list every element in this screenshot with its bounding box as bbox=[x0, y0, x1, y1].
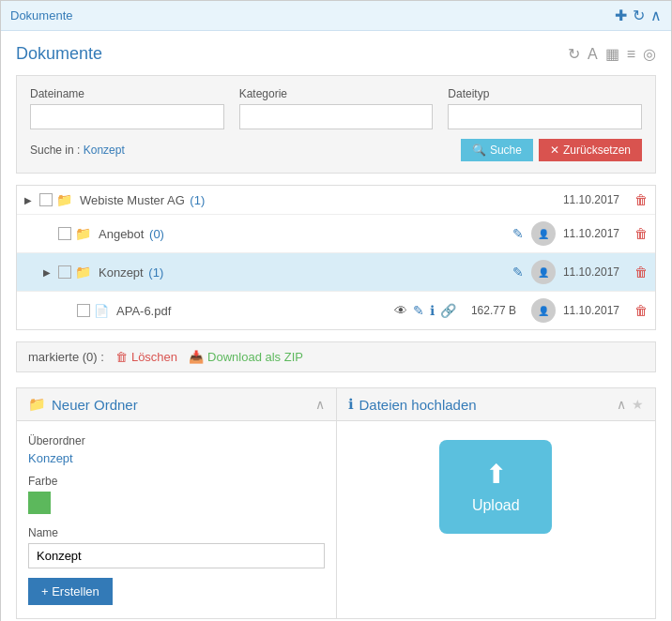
action-icons: 👁 ✎ ℹ 🔗 bbox=[394, 303, 456, 318]
link-icon[interactable]: 🔗 bbox=[440, 303, 456, 318]
filetype-field-group: Dateityp bbox=[448, 87, 642, 129]
title-bar-label: Dokumente bbox=[10, 8, 72, 23]
toggle-icon: ▶ bbox=[62, 306, 73, 316]
lower-panels: 📁 Neuer Ordner ∧ Überordner Konzept Farb… bbox=[16, 387, 656, 619]
tree-row: ▶ 📁 Konzept (1) ✎ 👤 11.10.2017 🗑 bbox=[17, 253, 655, 292]
tree-row: ▶ 📄 APA-6.pdf 👁 ✎ ℹ 🔗 162.77 B 👤 11.10.2… bbox=[17, 292, 655, 329]
title-bar-icons: ✚ ↻ ∧ bbox=[615, 7, 662, 24]
panel-right-body: ⬆ Upload bbox=[337, 421, 656, 553]
row-checkbox[interactable] bbox=[39, 193, 53, 206]
text-size-icon[interactable]: A bbox=[588, 46, 598, 63]
panel-left: 📁 Neuer Ordner ∧ Überordner Konzept Farb… bbox=[16, 387, 336, 619]
file-size: 162.77 B bbox=[471, 304, 516, 317]
item-name: Webiste Muster AG (1) bbox=[80, 193, 205, 207]
item-name: Konzept (1) bbox=[99, 265, 163, 280]
grid-icon[interactable]: ▦ bbox=[605, 45, 619, 63]
title-bar: Dokumente ✚ ↻ ∧ bbox=[1, 1, 671, 31]
filename-label: Dateiname bbox=[30, 87, 224, 100]
star-icon[interactable]: ★ bbox=[632, 397, 644, 412]
avatar: 👤 bbox=[531, 260, 556, 284]
delete-action[interactable]: 🗑 Löschen bbox=[115, 350, 177, 364]
view-icon[interactable]: 👁 bbox=[394, 303, 407, 318]
download-icon: 📥 bbox=[189, 350, 204, 364]
row-checkbox[interactable] bbox=[77, 304, 90, 317]
folder-icon: 📁 bbox=[56, 192, 72, 207]
color-label: Farbe bbox=[28, 475, 325, 488]
delete-icon[interactable]: 🗑 bbox=[634, 265, 648, 280]
item-date: 11.10.2017 bbox=[563, 227, 619, 240]
panel-right-header: ℹ Dateien hochladen ∧ ★ bbox=[337, 388, 656, 421]
panel-right-title: Dateien hochladen bbox=[359, 397, 477, 413]
upload-button[interactable]: ⬆ Upload bbox=[439, 440, 552, 534]
action-icons: ✎ bbox=[512, 226, 524, 241]
row-checkbox[interactable] bbox=[58, 227, 71, 240]
toggle-icon: ▶ bbox=[43, 229, 54, 239]
item-date: 11.10.2017 bbox=[563, 304, 619, 317]
action-icons: ✎ bbox=[512, 265, 524, 280]
avatar: 👤 bbox=[531, 298, 556, 323]
main-content: Dokumente ↻ A ▦ ≡ ◎ Dateiname Kategorie bbox=[1, 31, 671, 621]
parent-field-group: Überordner Konzept bbox=[28, 434, 325, 465]
toggle-icon[interactable]: ▶ bbox=[43, 267, 54, 278]
refresh-header-icon[interactable]: ↻ bbox=[568, 45, 580, 63]
list-icon[interactable]: ≡ bbox=[627, 46, 635, 63]
category-input[interactable] bbox=[239, 104, 434, 129]
parent-label: Überordner bbox=[28, 434, 325, 447]
header-icons: ↻ A ▦ ≡ ◎ bbox=[568, 45, 656, 63]
add-icon[interactable]: ✚ bbox=[615, 7, 627, 24]
create-button[interactable]: + Erstellen bbox=[28, 578, 113, 605]
panel-right: ℹ Dateien hochladen ∧ ★ ⬆ Upload bbox=[336, 387, 657, 619]
category-label: Kategorie bbox=[239, 87, 434, 100]
bottom-toolbar: markierte (0) : 🗑 Löschen 📥 Download als… bbox=[16, 341, 656, 372]
item-date: 11.10.2017 bbox=[563, 193, 619, 206]
reset-button[interactable]: ✕ Zurücksetzen bbox=[539, 139, 642, 161]
collapse-icon[interactable]: ∧ bbox=[650, 7, 662, 24]
chevron-up-icon[interactable]: ∧ bbox=[315, 397, 325, 412]
delete-icon[interactable]: 🗑 bbox=[634, 303, 648, 318]
delete-icon[interactable]: 🗑 bbox=[634, 192, 648, 207]
name-label: Name bbox=[28, 526, 325, 539]
search-context: Suche in : Konzept bbox=[30, 144, 125, 157]
panel-left-body: Überordner Konzept Farbe Name + Erstelle… bbox=[17, 421, 336, 618]
edit-icon[interactable]: ✎ bbox=[512, 265, 524, 280]
chevron-up-right-icon[interactable]: ∧ bbox=[617, 397, 626, 412]
search-button[interactable]: 🔍 Suche bbox=[461, 139, 533, 161]
delete-action-icon: 🗑 bbox=[115, 350, 128, 364]
filetype-input[interactable] bbox=[448, 104, 642, 129]
upload-header-icon: ℹ bbox=[348, 396, 354, 413]
item-name: Angebot (0) bbox=[99, 227, 164, 241]
color-swatch[interactable] bbox=[28, 492, 51, 514]
item-name: APA-6.pdf bbox=[116, 304, 171, 318]
search-form: Dateiname Kategorie Dateityp Suche in : … bbox=[16, 75, 656, 174]
color-field-group: Farbe bbox=[28, 475, 325, 517]
upload-arrow-icon: ⬆ bbox=[485, 459, 507, 490]
edit-icon[interactable]: ✎ bbox=[413, 303, 424, 318]
toggle-icon[interactable]: ▶ bbox=[24, 195, 36, 205]
delete-icon[interactable]: 🗑 bbox=[634, 226, 648, 241]
search-buttons: 🔍 Suche ✕ Zurücksetzen bbox=[461, 139, 642, 161]
name-field-group: Name bbox=[28, 526, 325, 568]
search-context-link[interactable]: Konzept bbox=[84, 144, 125, 157]
panel-left-header: 📁 Neuer Ordner ∧ bbox=[17, 388, 336, 421]
search-actions: Suche in : Konzept 🔍 Suche ✕ Zurücksetze… bbox=[30, 139, 642, 161]
filename-input[interactable] bbox=[30, 104, 224, 129]
marked-label: markierte (0) : bbox=[28, 350, 104, 364]
edit-icon[interactable]: ✎ bbox=[512, 226, 524, 241]
pdf-icon: 📄 bbox=[94, 304, 109, 318]
folder-new-icon: 📁 bbox=[28, 396, 46, 413]
panel-left-title: Neuer Ordner bbox=[52, 397, 138, 413]
download-action[interactable]: 📥 Download als ZIP bbox=[189, 350, 303, 364]
name-input[interactable] bbox=[28, 543, 325, 568]
section-header: Dokumente ↻ A ▦ ≡ ◎ bbox=[16, 44, 656, 64]
filetype-label: Dateityp bbox=[448, 87, 642, 100]
refresh-icon[interactable]: ↻ bbox=[633, 7, 645, 24]
info-icon[interactable]: ℹ bbox=[430, 303, 435, 318]
circle-icon[interactable]: ◎ bbox=[643, 45, 656, 63]
search-icon: 🔍 bbox=[472, 144, 486, 157]
search-fields-row: Dateiname Kategorie Dateityp bbox=[30, 87, 642, 129]
times-icon: ✕ bbox=[550, 144, 559, 157]
row-checkbox[interactable] bbox=[58, 265, 71, 279]
tree-row: ▶ 📁 Webiste Muster AG (1) 11.10.2017 🗑 bbox=[17, 186, 655, 215]
filename-field-group: Dateiname bbox=[30, 87, 224, 129]
parent-link[interactable]: Konzept bbox=[28, 451, 73, 465]
